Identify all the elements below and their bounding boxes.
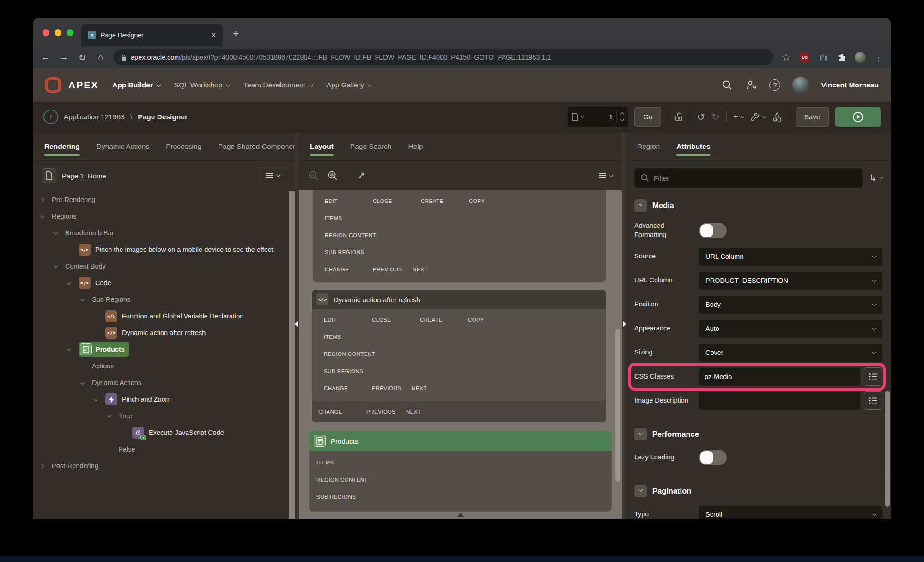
- expand-icon[interactable]: [357, 171, 366, 180]
- tree-item-false[interactable]: False: [33, 441, 295, 458]
- tree-item-true[interactable]: True: [33, 408, 295, 424]
- section-pagination[interactable]: Pagination: [634, 479, 882, 503]
- layout-region-content-slot[interactable]: REGION CONTENT: [312, 345, 606, 362]
- utilities-menu-button[interactable]: [750, 112, 766, 122]
- tab-page-shared-components[interactable]: Page Shared Components: [218, 132, 295, 160]
- up-icon[interactable]: ↑: [43, 110, 58, 124]
- close-window-button[interactable]: [43, 29, 49, 36]
- layout-change[interactable]: CHANGE: [318, 409, 366, 415]
- chevron-right-icon[interactable]: [39, 464, 44, 468]
- tree-item-actions[interactable]: Actions: [33, 358, 295, 374]
- layout-items-slot[interactable]: ITEMS: [312, 328, 606, 345]
- spinner-down-icon[interactable]: [620, 117, 624, 121]
- tree-item-regions[interactable]: Regions: [33, 208, 295, 225]
- layout-copy[interactable]: COPY: [469, 198, 517, 204]
- page-number[interactable]: 1: [588, 113, 616, 121]
- layout-next[interactable]: NEXT: [413, 267, 428, 272]
- nav-app-gallery[interactable]: App Gallery: [327, 81, 371, 89]
- page-selector[interactable]: 1: [568, 107, 628, 127]
- undo-icon[interactable]: ↺: [697, 111, 705, 122]
- ublock-extension-icon[interactable]: UO: [799, 52, 810, 63]
- tree-item-dynamic-actions[interactable]: Dynamic Actions: [33, 374, 295, 391]
- collapse-section-icon[interactable]: [634, 485, 647, 497]
- chevron-down-icon[interactable]: [80, 297, 85, 301]
- layout-sub-regions-slot[interactable]: SUB REGIONS: [309, 488, 612, 505]
- redo-icon[interactable]: ↻: [711, 111, 720, 122]
- close-tab-icon[interactable]: ✕: [211, 31, 216, 39]
- shared-components-icon[interactable]: [772, 112, 782, 122]
- chevron-down-icon[interactable]: [54, 263, 58, 268]
- layout-change[interactable]: CHANGE: [324, 385, 372, 391]
- layout-close[interactable]: CLOSE: [373, 198, 421, 204]
- left-splitter[interactable]: [295, 132, 299, 519]
- right-panel-scrollbar[interactable]: [885, 391, 890, 507]
- right-splitter[interactable]: [622, 132, 626, 519]
- chevron-right-icon[interactable]: [39, 197, 44, 202]
- collapse-left-icon[interactable]: [294, 321, 298, 327]
- bars-extension-icon[interactable]: [818, 52, 829, 63]
- tab-rendering[interactable]: Rendering: [44, 132, 80, 160]
- nav-app-builder[interactable]: App Builder: [112, 81, 160, 89]
- filter-field[interactable]: [634, 168, 863, 188]
- save-button[interactable]: Save: [796, 107, 829, 127]
- chevron-down-icon[interactable]: [80, 380, 85, 385]
- appearance-select[interactable]: Auto: [699, 320, 882, 338]
- tree-item-function-declaration[interactable]: </>Function and Global Variable Declarat…: [33, 308, 295, 324]
- minimize-window-button[interactable]: [55, 29, 61, 36]
- tree-item-products[interactable]: Products: [33, 341, 295, 358]
- image-description-input[interactable]: [699, 392, 860, 410]
- chevron-down-icon[interactable]: [107, 413, 112, 418]
- lazy-loading-toggle[interactable]: [699, 450, 727, 465]
- tab-processing[interactable]: Processing: [166, 132, 201, 160]
- layout-edit[interactable]: EDIT: [324, 317, 372, 323]
- layout-create[interactable]: CREATE: [420, 317, 468, 323]
- region-header-dynamic-action[interactable]: </> Dynamic action after refresh: [312, 290, 606, 309]
- user-avatar[interactable]: [792, 77, 809, 93]
- page-spinner[interactable]: [616, 110, 627, 123]
- forward-icon[interactable]: →: [58, 52, 69, 62]
- url-bar[interactable]: apex.oracle.com/pls/apex/f?p=4000:4500:7…: [114, 49, 773, 65]
- unlock-icon[interactable]: [675, 112, 683, 122]
- css-classes-input[interactable]: [699, 368, 860, 386]
- section-media[interactable]: Media: [634, 193, 882, 217]
- css-classes-list-button[interactable]: [864, 367, 882, 386]
- selected-tree-node[interactable]: Products: [79, 342, 129, 357]
- browser-tab[interactable]: ✕ Page Designer ✕: [81, 24, 223, 46]
- tree-item-breadcrumb-bar[interactable]: Breadcrumb Bar: [33, 225, 295, 241]
- region-header-products[interactable]: Products: [309, 431, 612, 451]
- tree-item-code[interactable]: </>Code: [33, 275, 295, 291]
- help-icon[interactable]: ?: [769, 79, 780, 91]
- tab-page-search[interactable]: Page Search: [350, 132, 392, 160]
- tree-item-dynamic-action-after-refresh[interactable]: </>Dynamic action after refresh: [33, 324, 295, 341]
- layout-close[interactable]: CLOSE: [372, 317, 420, 323]
- reload-icon[interactable]: ↻: [77, 52, 88, 63]
- layout-create[interactable]: CREATE: [421, 198, 469, 204]
- collapse-up-icon[interactable]: [457, 513, 464, 517]
- zoom-out-icon[interactable]: [308, 171, 318, 181]
- tree-item-pinch-message[interactable]: </>Pinch the images below on a mobile de…: [33, 241, 295, 258]
- layout-copy[interactable]: COPY: [468, 317, 516, 323]
- sizing-select[interactable]: Cover: [699, 344, 882, 362]
- chevron-down-icon[interactable]: [67, 280, 72, 285]
- position-select[interactable]: Body: [699, 296, 882, 314]
- chevron-down-icon[interactable]: [94, 397, 98, 401]
- admin-icon[interactable]: [745, 79, 757, 91]
- goto-group-button[interactable]: ↳: [869, 172, 882, 183]
- layout-items-slot[interactable]: ITEMS: [313, 209, 606, 226]
- layout-next[interactable]: NEXT: [412, 385, 427, 391]
- browser-menu-icon[interactable]: ⋮: [873, 52, 884, 63]
- filter-input[interactable]: [654, 174, 856, 182]
- tab-help[interactable]: Help: [408, 132, 423, 160]
- browser-profile-avatar[interactable]: [855, 52, 866, 63]
- pagination-type-select[interactable]: Scroll: [699, 506, 882, 519]
- layout-region-content-slot[interactable]: REGION CONTENT: [313, 226, 606, 244]
- chevron-down-icon[interactable]: [40, 214, 45, 218]
- layout-region-content-slot[interactable]: REGION CONTENT: [309, 471, 612, 488]
- tab-attributes[interactable]: Attributes: [676, 132, 710, 160]
- chevron-down-icon[interactable]: [67, 347, 72, 351]
- layout-previous[interactable]: PREVIOUS: [366, 409, 406, 415]
- section-performance[interactable]: Performance: [634, 422, 882, 446]
- tree-item-content-body[interactable]: Content Body: [33, 258, 295, 275]
- tab-layout[interactable]: Layout: [310, 132, 334, 160]
- source-select[interactable]: URL Column: [699, 248, 882, 266]
